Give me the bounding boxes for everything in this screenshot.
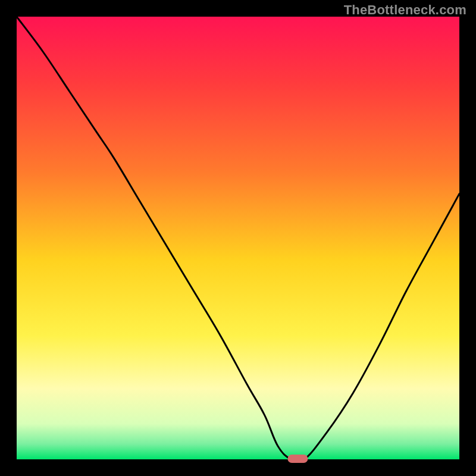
bottleneck-chart [0, 0, 476, 476]
chart-frame: { "watermark": "TheBottleneck.com", "cha… [0, 0, 476, 476]
watermark-text: TheBottleneck.com [344, 2, 466, 18]
plot-background [17, 17, 459, 459]
optimal-marker [287, 455, 308, 463]
